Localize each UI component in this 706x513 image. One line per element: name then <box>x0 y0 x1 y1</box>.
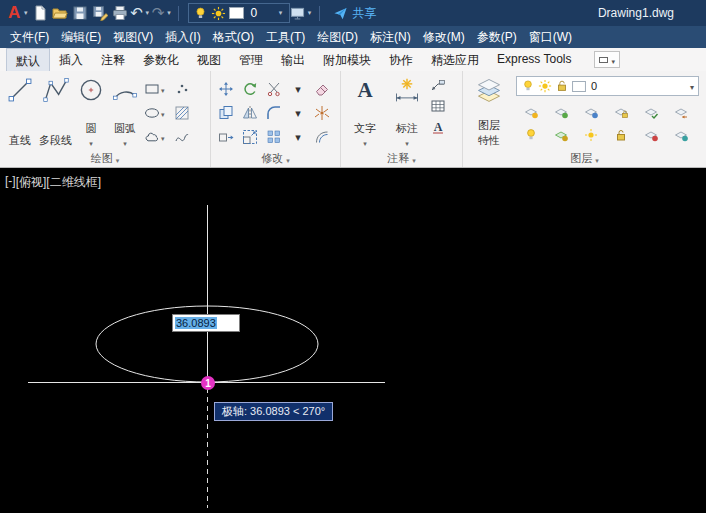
ribbon-display-toggle[interactable] <box>594 51 620 68</box>
table-button[interactable] <box>430 98 446 114</box>
panel-draw-body: 直线 多段线 圆 圆弧 <box>0 71 210 150</box>
revision-cloud-button[interactable] <box>144 125 174 148</box>
tab-view[interactable]: 视图 <box>188 48 230 71</box>
menu-parametric[interactable]: 参数(P) <box>471 26 523 48</box>
erase-button[interactable] <box>314 81 330 97</box>
move-button[interactable] <box>218 81 234 97</box>
panel-label-layers[interactable]: 图层 <box>463 150 706 167</box>
menu-insert[interactable]: 插入(I) <box>159 26 206 48</box>
layer-dropdown[interactable]: 0 <box>516 76 699 96</box>
menu-dimension[interactable]: 标注(N) <box>364 26 417 48</box>
stretch-button[interactable] <box>218 129 234 145</box>
tab-insert[interactable]: 插入 <box>50 48 92 71</box>
hatch-button[interactable] <box>174 101 198 124</box>
layer-walk-button[interactable] <box>673 127 689 143</box>
new-file-icon <box>32 5 48 21</box>
rotate-button[interactable] <box>242 81 258 97</box>
layer-unisolate-button[interactable] <box>553 127 569 143</box>
titlebar-separator <box>178 6 179 21</box>
trim-button[interactable] <box>266 81 282 97</box>
point-button[interactable] <box>174 77 198 100</box>
explode-button[interactable] <box>314 105 330 121</box>
menu-window[interactable]: 窗口(W) <box>523 26 578 48</box>
copy-button[interactable] <box>218 105 234 121</box>
menu-edit[interactable]: 编辑(E) <box>55 26 107 48</box>
circle-button[interactable]: 圆 <box>74 74 108 148</box>
tab-collaborate[interactable]: 协作 <box>380 48 422 71</box>
array-button[interactable] <box>266 129 282 145</box>
layer-thaw-icon <box>583 127 599 143</box>
save-as-button[interactable] <box>90 2 110 24</box>
tab-express-tools[interactable]: Express Tools <box>488 48 580 71</box>
tab-manage[interactable]: 管理 <box>230 48 272 71</box>
layer-thaw-button[interactable] <box>583 127 599 143</box>
layer-lock-button[interactable] <box>613 104 629 120</box>
panel-label-draw[interactable]: 绘图 <box>0 150 210 167</box>
layer-off-button[interactable] <box>523 104 539 120</box>
tab-default[interactable]: 默认 <box>6 48 50 71</box>
offset-button[interactable] <box>314 129 330 145</box>
tab-output[interactable]: 输出 <box>272 48 314 71</box>
drawing-canvas[interactable]: [-] [俯视] [二维线框] 36.0893 1 极轴: 36.0893 < … <box>0 168 706 513</box>
line-button[interactable]: 直线 <box>3 74 37 148</box>
app-menu-button[interactable]: A <box>6 2 30 24</box>
layer-properties-icon <box>474 76 504 104</box>
ellipse-button[interactable] <box>144 101 174 124</box>
tab-parametric[interactable]: 参数化 <box>134 48 188 71</box>
dimension-button[interactable]: 标注 <box>386 74 428 148</box>
text-style-button[interactable]: A <box>430 119 446 135</box>
undo-button[interactable] <box>130 2 152 24</box>
save-button[interactable] <box>70 2 90 24</box>
spline-button[interactable] <box>174 125 198 148</box>
polyline-button[interactable]: 多段线 <box>37 74 74 148</box>
layer-unlock-button[interactable] <box>613 127 629 143</box>
new-file-button[interactable] <box>30 2 50 24</box>
redo-button[interactable] <box>152 2 174 24</box>
rectangle-button[interactable] <box>144 77 174 100</box>
layer-on-button[interactable] <box>523 127 539 143</box>
tab-featured-apps[interactable]: 精选应用 <box>422 48 488 71</box>
mirror-button[interactable] <box>242 105 258 121</box>
quick-layer-select[interactable]: 0 <box>188 3 290 23</box>
panel-label-modify[interactable]: 修改 <box>211 150 340 167</box>
layer-isolate-icon <box>553 104 569 120</box>
open-file-button[interactable] <box>50 2 70 24</box>
layer-unlock-icon <box>613 127 629 143</box>
chevron-down-icon <box>611 53 615 67</box>
ellipse-icon <box>144 105 160 121</box>
menu-draw[interactable]: 绘图(D) <box>311 26 364 48</box>
menu-format[interactable]: 格式(O) <box>207 26 260 48</box>
panel-label-annotate[interactable]: 注释 <box>341 150 462 167</box>
arc-button[interactable]: 圆弧 <box>108 74 142 148</box>
trim-icon <box>266 81 282 97</box>
menu-tools[interactable]: 工具(T) <box>260 26 311 48</box>
menu-file[interactable]: 文件(F) <box>4 26 55 48</box>
layer-change-button[interactable] <box>643 127 659 143</box>
dynamic-input-field[interactable]: 36.0893 <box>172 314 240 332</box>
menu-view[interactable]: 视图(V) <box>107 26 159 48</box>
explode-icon <box>314 105 330 121</box>
fillet-dropdown[interactable] <box>295 107 301 120</box>
paper-plane-icon <box>333 6 348 21</box>
tab-addins[interactable]: 附加模块 <box>314 48 380 71</box>
text-button[interactable]: A 文字 <box>344 74 386 148</box>
layer-isolate-button[interactable] <box>553 104 569 120</box>
workspace-switcher[interactable] <box>290 2 314 24</box>
tab-annotate[interactable]: 注释 <box>92 48 134 71</box>
line-label: 直线 <box>9 133 31 148</box>
array-dropdown[interactable] <box>295 131 301 144</box>
share-button[interactable]: 共享 <box>333 5 376 22</box>
layer-match-icon <box>643 104 659 120</box>
layers-panel-title: 图层 <box>570 151 592 166</box>
menu-modify[interactable]: 修改(M) <box>417 26 471 48</box>
fillet-button[interactable] <box>266 105 282 121</box>
scale-button[interactable] <box>242 129 258 145</box>
leader-button[interactable] <box>430 77 446 93</box>
layer-previous-button[interactable] <box>673 104 689 120</box>
layer-match-button[interactable] <box>643 104 659 120</box>
plot-button[interactable] <box>110 2 130 24</box>
trim-dropdown[interactable] <box>295 83 301 96</box>
layer-properties-button[interactable]: 图层 特性 <box>466 74 512 148</box>
layer-freeze-button[interactable] <box>583 104 599 120</box>
layer-controls: 0 <box>512 74 703 150</box>
